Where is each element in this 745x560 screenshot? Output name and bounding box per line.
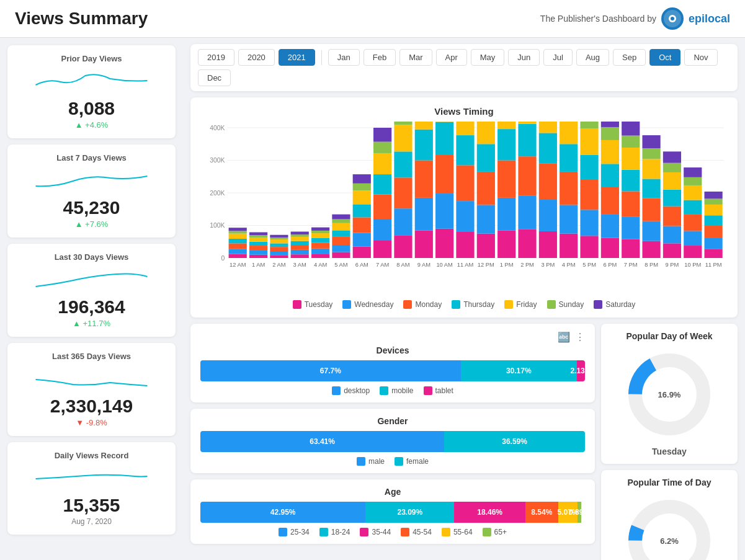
- svg-rect-160: [663, 243, 681, 258]
- svg-rect-157: [642, 159, 660, 179]
- legend-item: 35-44: [360, 528, 391, 536]
- svg-rect-121: [539, 133, 557, 163]
- svg-text:6.2%: 6.2%: [660, 536, 679, 546]
- svg-rect-170: [684, 200, 702, 215]
- svg-rect-133: [580, 210, 598, 236]
- nav-month-Jan[interactable]: Jan: [328, 49, 360, 66]
- popular-day-donut: 16.9%: [620, 345, 719, 444]
- svg-rect-147: [622, 217, 640, 239]
- svg-rect-176: [705, 226, 723, 238]
- svg-rect-86: [435, 122, 453, 155]
- nav-month-Oct[interactable]: Oct: [649, 49, 680, 66]
- svg-rect-27: [270, 255, 288, 258]
- nav-year-2021[interactable]: 2021: [279, 49, 315, 66]
- gender-title: Gender: [200, 416, 585, 426]
- nav-month-Aug[interactable]: Aug: [576, 49, 609, 66]
- svg-rect-152: [622, 122, 640, 136]
- svg-rect-143: [601, 140, 619, 164]
- legend-item: tablet: [424, 386, 453, 395]
- legend-item: Wednesday: [342, 300, 393, 309]
- svg-rect-141: [601, 187, 619, 214]
- page-title: Views Summary: [15, 9, 148, 29]
- svg-rect-90: [456, 232, 474, 258]
- svg-rect-120: [539, 163, 557, 200]
- more-icon[interactable]: ⋮: [575, 331, 585, 343]
- svg-rect-174: [705, 249, 723, 258]
- svg-text:12 PM: 12 PM: [478, 262, 494, 268]
- svg-text:6 AM: 6 AM: [355, 262, 368, 268]
- legend-item: Sunday: [547, 300, 584, 309]
- svg-rect-132: [580, 236, 598, 258]
- sparkline: [17, 466, 166, 491]
- svg-rect-67: [373, 142, 391, 153]
- age-title: Age: [200, 487, 585, 497]
- popular-day-label: Tuesday: [611, 447, 728, 456]
- nav-month-Feb[interactable]: Feb: [364, 49, 396, 66]
- svg-rect-137: [580, 122, 598, 129]
- svg-rect-98: [477, 205, 495, 233]
- svg-rect-113: [518, 156, 536, 195]
- content-area: 201920202021JanFebMarAprMayJunJulAugSepO…: [183, 38, 745, 560]
- devices-legend: desktopmobiletablet: [200, 386, 585, 395]
- svg-rect-92: [456, 165, 474, 201]
- svg-rect-71: [394, 177, 412, 208]
- svg-rect-163: [663, 190, 681, 207]
- svg-rect-20: [249, 255, 267, 258]
- svg-text:11 AM: 11 AM: [457, 262, 473, 268]
- svg-text:300K: 300K: [210, 158, 225, 164]
- legend-item: mobile: [380, 386, 413, 395]
- svg-rect-94: [456, 122, 474, 135]
- header: Views Summary The Publisher's Dashboard …: [0, 0, 745, 38]
- svg-rect-23: [249, 242, 267, 246]
- nav-month-May[interactable]: May: [471, 49, 505, 66]
- nav-month-Jul[interactable]: Jul: [543, 49, 573, 66]
- bar-chart-area: 0100K200K300K400K12 AM1 AM2 AM3 AM4 AM5 …: [200, 122, 728, 295]
- svg-rect-74: [394, 122, 412, 125]
- svg-text:1 PM: 1 PM: [500, 262, 514, 268]
- stat-value: 15,355: [17, 495, 166, 516]
- svg-rect-149: [622, 170, 640, 192]
- nav-month-Sep[interactable]: Sep: [613, 49, 646, 66]
- devices-title: Devices: [200, 345, 585, 355]
- nav-month-Nov[interactable]: Nov: [684, 49, 717, 66]
- svg-rect-134: [580, 180, 598, 210]
- svg-rect-128: [560, 144, 578, 172]
- legend-item: 55-64: [442, 528, 473, 536]
- nav-month-Dec[interactable]: Dec: [198, 69, 231, 86]
- nav-month-Mar[interactable]: Mar: [399, 49, 432, 66]
- svg-rect-119: [539, 200, 557, 231]
- age-bar: 42.95%23.09%18.46%8.54%5.07%0.89%: [200, 502, 585, 523]
- svg-rect-42: [311, 249, 329, 254]
- svg-text:3 AM: 3 AM: [293, 262, 306, 268]
- svg-rect-126: [560, 205, 578, 233]
- svg-rect-40: [291, 231, 309, 234]
- svg-rect-155: [642, 198, 660, 221]
- legend-item: Thursday: [452, 300, 494, 309]
- stat-change: ▲ +11.7%: [17, 319, 166, 328]
- bottom-left: 🔤 ⋮ Devices 67.7%30.17%2.13% desktopmobi…: [190, 324, 595, 560]
- bottom-charts: 🔤 ⋮ Devices 67.7%30.17%2.13% desktopmobi…: [190, 324, 738, 560]
- nav-year-2019[interactable]: 2019: [198, 49, 234, 66]
- svg-rect-154: [642, 221, 660, 241]
- stat-value: 196,364: [17, 296, 166, 318]
- svg-text:7 AM: 7 AM: [376, 262, 389, 268]
- nav-month-Jun[interactable]: Jun: [508, 49, 540, 66]
- svg-rect-25: [249, 235, 267, 238]
- nav-year-2020[interactable]: 2020: [238, 49, 275, 66]
- svg-rect-35: [291, 250, 309, 254]
- sort-icon[interactable]: 🔤: [558, 331, 570, 343]
- svg-text:2 AM: 2 AM: [272, 262, 285, 268]
- svg-rect-135: [580, 155, 598, 180]
- bar-segment: 30.17%: [461, 360, 577, 381]
- svg-rect-45: [311, 233, 329, 238]
- legend-item: 18-24: [319, 528, 350, 536]
- nav-month-Apr[interactable]: Apr: [436, 49, 467, 66]
- devices-toolbar: 🔤 ⋮: [200, 331, 585, 343]
- svg-rect-142: [601, 164, 619, 187]
- stat-change: ▼ -9.8%: [17, 418, 166, 427]
- svg-rect-59: [353, 190, 371, 204]
- svg-rect-164: [663, 172, 681, 190]
- svg-rect-101: [477, 122, 495, 144]
- svg-rect-38: [291, 237, 309, 241]
- svg-rect-99: [477, 172, 495, 205]
